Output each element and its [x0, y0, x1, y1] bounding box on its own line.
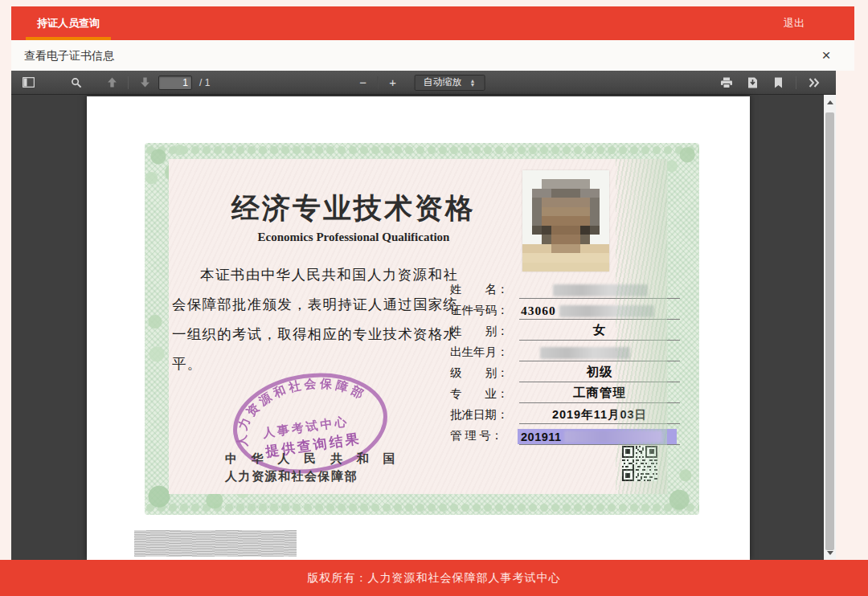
scrollbar-thumb[interactable]: [825, 112, 834, 550]
field-name: 姓 名：: [450, 278, 680, 299]
issuer-ministry: 人力资源和社会保障部: [225, 469, 401, 484]
pdf-toolbar: / 1 − + 自动缩放 ▲▼: [11, 71, 836, 95]
close-icon[interactable]: ×: [817, 47, 835, 64]
page-number-input[interactable]: [158, 76, 192, 90]
app-footer: 版权所有：人力资源和社会保障部人事考试中心: [0, 560, 868, 596]
redacted-footnote: [134, 530, 297, 557]
field-gender: 性 别： 女: [450, 320, 680, 341]
sidebar-toggle-icon[interactable]: [18, 73, 39, 92]
pdf-viewer: / 1 − + 自动缩放 ▲▼: [11, 71, 836, 560]
issuer-country: 中 华 人 民 共 和 国: [225, 451, 401, 467]
redacted-value: [540, 347, 630, 359]
portrait-photo: [522, 170, 609, 271]
certificate-inner: 经济专业技术资格 Economics Professional Qualific…: [169, 159, 667, 494]
bookmark-icon[interactable]: [768, 73, 788, 92]
redacted-value: [553, 284, 648, 296]
issuer-block: 中 华 人 民 共 和 国 人力资源和社会保障部: [225, 451, 401, 484]
sub-header: 查看电子证书信息 ×: [11, 40, 854, 71]
page-total-label: / 1: [199, 77, 210, 88]
certificate-title: 经济专业技术资格: [201, 190, 506, 227]
scroll-down-icon[interactable]: [824, 547, 836, 559]
page-title: 查看电子证书信息: [24, 40, 114, 71]
field-level: 级 别： 初级: [450, 361, 680, 382]
pdf-page: 经济专业技术资格 Economics Professional Qualific…: [87, 96, 750, 560]
qr-code: [622, 446, 657, 481]
zoom-out-button[interactable]: −: [354, 76, 372, 89]
zoom-mode-select[interactable]: 自动缩放 ▲▼: [415, 75, 485, 91]
select-spinner-icon: ▲▼: [470, 79, 476, 87]
certificate-body-text: 本证书由中华人民共和国人力资源和社会保障部批准颁发，表明持证人通过国家统一组织的…: [172, 260, 458, 379]
redacted-value: [559, 305, 654, 317]
certificate-fields: 姓 名： 证件号码： 43060 性 别： 女: [450, 278, 680, 445]
download-icon[interactable]: [742, 73, 763, 92]
redacted-value: [564, 431, 662, 443]
field-birth-date: 出生年月：: [450, 341, 680, 361]
scroll-up-icon[interactable]: [824, 96, 836, 108]
logout-button[interactable]: 退出: [784, 6, 805, 40]
app-header: 持证人员查询 退出: [11, 6, 854, 40]
search-icon[interactable]: [66, 73, 87, 92]
copyright-text: 版权所有：人力资源和社会保障部人事考试中心: [308, 571, 561, 586]
certificate: 经济专业技术资格 Economics Professional Qualific…: [145, 143, 699, 515]
zoom-in-button[interactable]: +: [384, 76, 402, 89]
page-up-icon[interactable]: [101, 73, 122, 92]
field-approval-date: 批准日期： 2019年11月03日: [450, 403, 680, 424]
vertical-scrollbar: [824, 95, 836, 560]
certificate-subtitle: Economics Professional Qualification: [201, 231, 506, 244]
field-id-number: 证件号码： 43060: [450, 299, 680, 320]
zoom-mode-value: 自动缩放: [424, 76, 462, 89]
tab-certificate-holder-query[interactable]: 持证人员查询: [26, 6, 111, 40]
page-down-icon[interactable]: [134, 73, 155, 92]
field-management-number: 管 理 号： 201911: [450, 424, 680, 445]
print-icon[interactable]: [716, 73, 737, 92]
more-tools-icon[interactable]: [804, 73, 825, 92]
field-major: 专 业： 工商管理: [450, 382, 680, 403]
